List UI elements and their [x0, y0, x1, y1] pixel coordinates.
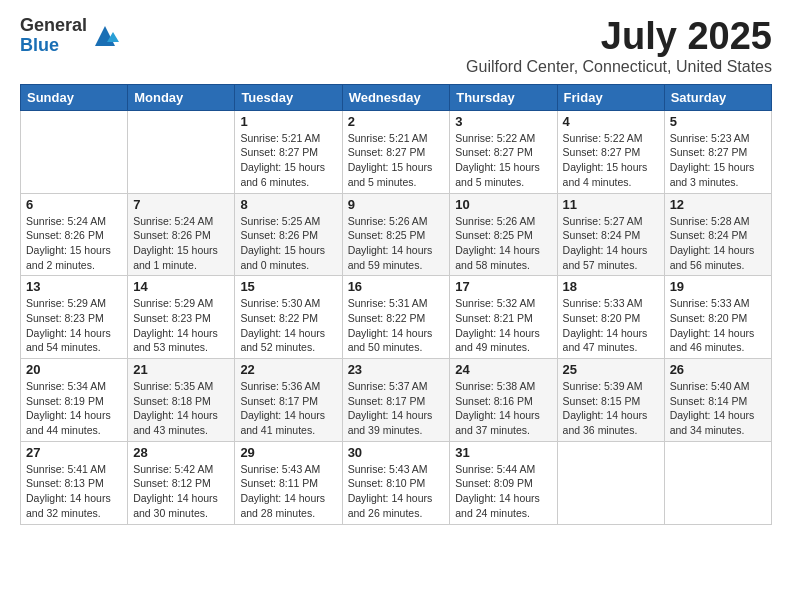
- day-number: 27: [26, 445, 122, 460]
- day-info: Sunrise: 5:36 AMSunset: 8:17 PMDaylight:…: [240, 379, 336, 438]
- day-number: 4: [563, 114, 659, 129]
- table-row: 30Sunrise: 5:43 AMSunset: 8:10 PMDayligh…: [342, 441, 450, 524]
- table-row: 3Sunrise: 5:22 AMSunset: 8:27 PMDaylight…: [450, 110, 557, 193]
- day-info: Sunrise: 5:22 AMSunset: 8:27 PMDaylight:…: [455, 131, 551, 190]
- table-row: 4Sunrise: 5:22 AMSunset: 8:27 PMDaylight…: [557, 110, 664, 193]
- table-row: 28Sunrise: 5:42 AMSunset: 8:12 PMDayligh…: [128, 441, 235, 524]
- day-info: Sunrise: 5:28 AMSunset: 8:24 PMDaylight:…: [670, 214, 766, 273]
- day-number: 23: [348, 362, 445, 377]
- table-row: 23Sunrise: 5:37 AMSunset: 8:17 PMDayligh…: [342, 359, 450, 442]
- day-number: 9: [348, 197, 445, 212]
- day-number: 7: [133, 197, 229, 212]
- table-row: 26Sunrise: 5:40 AMSunset: 8:14 PMDayligh…: [664, 359, 771, 442]
- day-info: Sunrise: 5:24 AMSunset: 8:26 PMDaylight:…: [26, 214, 122, 273]
- day-number: 19: [670, 279, 766, 294]
- table-row: 25Sunrise: 5:39 AMSunset: 8:15 PMDayligh…: [557, 359, 664, 442]
- table-row: [21, 110, 128, 193]
- day-number: 8: [240, 197, 336, 212]
- col-thursday: Thursday: [450, 84, 557, 110]
- table-row: [664, 441, 771, 524]
- day-info: Sunrise: 5:44 AMSunset: 8:09 PMDaylight:…: [455, 462, 551, 521]
- table-row: 6Sunrise: 5:24 AMSunset: 8:26 PMDaylight…: [21, 193, 128, 276]
- table-row: 15Sunrise: 5:30 AMSunset: 8:22 PMDayligh…: [235, 276, 342, 359]
- table-row: 10Sunrise: 5:26 AMSunset: 8:25 PMDayligh…: [450, 193, 557, 276]
- table-row: 29Sunrise: 5:43 AMSunset: 8:11 PMDayligh…: [235, 441, 342, 524]
- table-row: 31Sunrise: 5:44 AMSunset: 8:09 PMDayligh…: [450, 441, 557, 524]
- table-row: [128, 110, 235, 193]
- day-number: 11: [563, 197, 659, 212]
- calendar-header-row: Sunday Monday Tuesday Wednesday Thursday…: [21, 84, 772, 110]
- day-info: Sunrise: 5:38 AMSunset: 8:16 PMDaylight:…: [455, 379, 551, 438]
- day-number: 10: [455, 197, 551, 212]
- table-row: 16Sunrise: 5:31 AMSunset: 8:22 PMDayligh…: [342, 276, 450, 359]
- day-info: Sunrise: 5:37 AMSunset: 8:17 PMDaylight:…: [348, 379, 445, 438]
- day-number: 14: [133, 279, 229, 294]
- day-info: Sunrise: 5:21 AMSunset: 8:27 PMDaylight:…: [348, 131, 445, 190]
- day-number: 2: [348, 114, 445, 129]
- col-tuesday: Tuesday: [235, 84, 342, 110]
- day-info: Sunrise: 5:42 AMSunset: 8:12 PMDaylight:…: [133, 462, 229, 521]
- day-number: 26: [670, 362, 766, 377]
- day-number: 3: [455, 114, 551, 129]
- day-number: 29: [240, 445, 336, 460]
- table-row: 12Sunrise: 5:28 AMSunset: 8:24 PMDayligh…: [664, 193, 771, 276]
- day-info: Sunrise: 5:31 AMSunset: 8:22 PMDaylight:…: [348, 296, 445, 355]
- table-row: 1Sunrise: 5:21 AMSunset: 8:27 PMDaylight…: [235, 110, 342, 193]
- col-monday: Monday: [128, 84, 235, 110]
- day-number: 31: [455, 445, 551, 460]
- logo-icon: [91, 22, 119, 50]
- day-number: 28: [133, 445, 229, 460]
- page-header: General Blue July 2025 Guilford Center, …: [20, 16, 772, 76]
- table-row: 19Sunrise: 5:33 AMSunset: 8:20 PMDayligh…: [664, 276, 771, 359]
- day-number: 13: [26, 279, 122, 294]
- day-info: Sunrise: 5:33 AMSunset: 8:20 PMDaylight:…: [670, 296, 766, 355]
- table-row: 11Sunrise: 5:27 AMSunset: 8:24 PMDayligh…: [557, 193, 664, 276]
- day-info: Sunrise: 5:43 AMSunset: 8:11 PMDaylight:…: [240, 462, 336, 521]
- day-number: 1: [240, 114, 336, 129]
- day-info: Sunrise: 5:33 AMSunset: 8:20 PMDaylight:…: [563, 296, 659, 355]
- day-number: 30: [348, 445, 445, 460]
- day-number: 22: [240, 362, 336, 377]
- table-row: 18Sunrise: 5:33 AMSunset: 8:20 PMDayligh…: [557, 276, 664, 359]
- day-info: Sunrise: 5:29 AMSunset: 8:23 PMDaylight:…: [26, 296, 122, 355]
- day-info: Sunrise: 5:23 AMSunset: 8:27 PMDaylight:…: [670, 131, 766, 190]
- table-row: [557, 441, 664, 524]
- day-info: Sunrise: 5:26 AMSunset: 8:25 PMDaylight:…: [348, 214, 445, 273]
- day-info: Sunrise: 5:41 AMSunset: 8:13 PMDaylight:…: [26, 462, 122, 521]
- day-info: Sunrise: 5:34 AMSunset: 8:19 PMDaylight:…: [26, 379, 122, 438]
- day-info: Sunrise: 5:39 AMSunset: 8:15 PMDaylight:…: [563, 379, 659, 438]
- day-number: 24: [455, 362, 551, 377]
- table-row: 27Sunrise: 5:41 AMSunset: 8:13 PMDayligh…: [21, 441, 128, 524]
- day-number: 20: [26, 362, 122, 377]
- table-row: 22Sunrise: 5:36 AMSunset: 8:17 PMDayligh…: [235, 359, 342, 442]
- day-info: Sunrise: 5:35 AMSunset: 8:18 PMDaylight:…: [133, 379, 229, 438]
- day-info: Sunrise: 5:32 AMSunset: 8:21 PMDaylight:…: [455, 296, 551, 355]
- day-info: Sunrise: 5:24 AMSunset: 8:26 PMDaylight:…: [133, 214, 229, 273]
- day-number: 18: [563, 279, 659, 294]
- col-saturday: Saturday: [664, 84, 771, 110]
- day-number: 17: [455, 279, 551, 294]
- logo: General Blue: [20, 16, 119, 56]
- location-subtitle: Guilford Center, Connecticut, United Sta…: [466, 58, 772, 76]
- day-info: Sunrise: 5:26 AMSunset: 8:25 PMDaylight:…: [455, 214, 551, 273]
- day-info: Sunrise: 5:22 AMSunset: 8:27 PMDaylight:…: [563, 131, 659, 190]
- table-row: 8Sunrise: 5:25 AMSunset: 8:26 PMDaylight…: [235, 193, 342, 276]
- table-row: 13Sunrise: 5:29 AMSunset: 8:23 PMDayligh…: [21, 276, 128, 359]
- logo-blue: Blue: [20, 36, 87, 56]
- day-info: Sunrise: 5:43 AMSunset: 8:10 PMDaylight:…: [348, 462, 445, 521]
- col-wednesday: Wednesday: [342, 84, 450, 110]
- table-row: 9Sunrise: 5:26 AMSunset: 8:25 PMDaylight…: [342, 193, 450, 276]
- calendar-table: Sunday Monday Tuesday Wednesday Thursday…: [20, 84, 772, 525]
- day-info: Sunrise: 5:30 AMSunset: 8:22 PMDaylight:…: [240, 296, 336, 355]
- day-info: Sunrise: 5:25 AMSunset: 8:26 PMDaylight:…: [240, 214, 336, 273]
- table-row: 21Sunrise: 5:35 AMSunset: 8:18 PMDayligh…: [128, 359, 235, 442]
- day-number: 15: [240, 279, 336, 294]
- day-info: Sunrise: 5:27 AMSunset: 8:24 PMDaylight:…: [563, 214, 659, 273]
- table-row: 5Sunrise: 5:23 AMSunset: 8:27 PMDaylight…: [664, 110, 771, 193]
- table-row: 24Sunrise: 5:38 AMSunset: 8:16 PMDayligh…: [450, 359, 557, 442]
- table-row: 14Sunrise: 5:29 AMSunset: 8:23 PMDayligh…: [128, 276, 235, 359]
- title-block: July 2025 Guilford Center, Connecticut, …: [466, 16, 772, 76]
- month-year-title: July 2025: [466, 16, 772, 58]
- day-number: 12: [670, 197, 766, 212]
- table-row: 17Sunrise: 5:32 AMSunset: 8:21 PMDayligh…: [450, 276, 557, 359]
